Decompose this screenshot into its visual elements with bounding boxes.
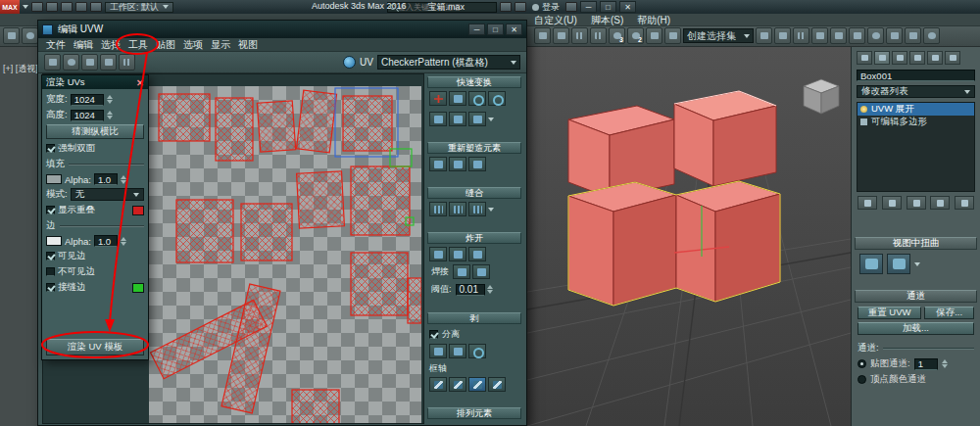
- stack-item-editable-poly[interactable]: 可编辑多边形: [858, 116, 974, 128]
- object-name-field[interactable]: Box001: [857, 70, 975, 81]
- tab-create-icon[interactable]: [857, 51, 872, 65]
- render-uv-template-button[interactable]: 渲染 UV 模板: [46, 339, 144, 355]
- uv-shell-group[interactable]: [151, 90, 421, 423]
- menu-customize[interactable]: 自定义(U): [534, 14, 577, 27]
- redo-quick-icon[interactable]: [90, 2, 102, 12]
- named-selection-set[interactable]: 创建选择集: [683, 28, 754, 43]
- communication-center-icon[interactable]: [500, 2, 512, 12]
- move-icon[interactable]: [44, 54, 61, 71]
- undo-icon[interactable]: [534, 27, 551, 44]
- uvw-menu-display[interactable]: 显示: [207, 38, 234, 52]
- tab-modify-icon[interactable]: [874, 51, 890, 65]
- uvw-menu-mapping[interactable]: 贴图: [152, 38, 179, 52]
- select-object-icon[interactable]: [3, 27, 20, 44]
- mirror-uv-icon[interactable]: [119, 54, 135, 71]
- favorites-icon[interactable]: [514, 2, 526, 12]
- fill-alpha-field[interactable]: 1.0: [94, 173, 118, 185]
- help-icon[interactable]: [565, 2, 577, 12]
- edge-color-swatch[interactable]: [46, 236, 62, 246]
- menu-help[interactable]: 帮助(H): [637, 14, 670, 27]
- tab-utilities-icon[interactable]: [945, 51, 960, 65]
- stitch-source-icon[interactable]: [468, 202, 486, 216]
- rollout-tweak-header[interactable]: 视图中扭曲: [855, 237, 977, 250]
- stitch-average-icon[interactable]: [449, 202, 466, 216]
- width-spinner[interactable]: [107, 95, 113, 104]
- uvw-close-button[interactable]: ✕: [506, 24, 522, 35]
- viewport-label[interactable]: [+] [透视]: [3, 63, 37, 75]
- uvw-menu-options[interactable]: 选项: [179, 38, 207, 52]
- quick-transform-header[interactable]: 快速变换: [427, 76, 521, 88]
- freeform-mode-icon[interactable]: [100, 54, 117, 71]
- new-file-icon[interactable]: [31, 2, 43, 12]
- height-spinner[interactable]: [107, 111, 113, 119]
- load-button[interactable]: 加载...: [858, 322, 974, 335]
- texture-list-dropdown[interactable]: CheckerPattern (棋盘格): [377, 55, 520, 70]
- select-by-name-icon[interactable]: [22, 27, 38, 44]
- rotate-90-cw-icon[interactable]: [488, 91, 506, 106]
- uvw-menu-select[interactable]: 选择: [97, 38, 124, 52]
- model-box001[interactable]: [568, 91, 780, 306]
- uvw-menu-edit[interactable]: 编辑: [70, 38, 97, 52]
- threshold-value[interactable]: 0.01: [456, 284, 485, 296]
- height-field[interactable]: 1024: [71, 110, 104, 121]
- expand-to-seam-icon[interactable]: [488, 377, 506, 392]
- stitch-header[interactable]: 缝合: [427, 187, 521, 199]
- quick-peel-icon[interactable]: [429, 344, 447, 358]
- map-channel-radio[interactable]: [858, 359, 866, 368]
- material-editor-icon[interactable]: [867, 27, 884, 44]
- mode-dropdown[interactable]: 无: [71, 188, 144, 201]
- align-horizontal-icon[interactable]: [449, 91, 466, 106]
- menu-scripting[interactable]: 脚本(S): [591, 14, 623, 27]
- edge-alpha-spinner[interactable]: [121, 237, 126, 246]
- relax-icon[interactable]: [429, 157, 447, 171]
- maximize-button[interactable]: □: [600, 1, 616, 13]
- explode-header[interactable]: 炸开: [427, 232, 521, 244]
- make-unique-icon[interactable]: [906, 196, 926, 210]
- rollout-channel-header[interactable]: 通道: [855, 290, 977, 303]
- absolute-move-icon[interactable]: [429, 91, 447, 106]
- width-field[interactable]: 1024: [71, 94, 104, 106]
- schematic-view-icon[interactable]: [849, 27, 865, 44]
- angle-snap-icon[interactable]: 2: [627, 27, 644, 44]
- snap-toggle-icon[interactable]: 3: [609, 27, 625, 44]
- threshold-spinner[interactable]: [487, 285, 493, 294]
- reset-uvw-button[interactable]: 重置 UVW: [858, 307, 921, 319]
- modifier-enabled-icon[interactable]: [860, 106, 867, 113]
- uvw-maximize-button[interactable]: □: [487, 24, 504, 35]
- close-button[interactable]: ✕: [619, 1, 636, 13]
- modifier-list-dropdown[interactable]: 修改器列表: [857, 85, 975, 98]
- arrange-header[interactable]: 排列元素: [427, 407, 521, 419]
- signin-button[interactable]: 登录: [529, 1, 563, 14]
- save-button[interactable]: 保存...: [924, 307, 974, 319]
- peel-split-checkbox[interactable]: [429, 330, 438, 339]
- uvw-titlebar[interactable]: 编辑 UVW ─ □ ✕: [38, 21, 526, 38]
- align-to-edge-icon[interactable]: [429, 112, 447, 126]
- mirror-icon[interactable]: [756, 27, 772, 44]
- edit-seams-icon[interactable]: [429, 377, 447, 392]
- select-link-icon[interactable]: [571, 27, 588, 44]
- tab-hierarchy-icon[interactable]: [892, 51, 907, 65]
- align-icon[interactable]: [774, 27, 791, 44]
- detach-edge-verts-icon[interactable]: [449, 247, 466, 261]
- rendered-frame-icon[interactable]: [905, 27, 921, 44]
- space-vertical-icon[interactable]: [468, 112, 486, 126]
- remove-modifier-icon[interactable]: [930, 196, 950, 210]
- uvw-menu-tools[interactable]: 工具: [124, 38, 152, 52]
- spinner-snap-icon[interactable]: [664, 27, 681, 44]
- weld-selected-icon[interactable]: [453, 264, 470, 279]
- render-setup-icon[interactable]: [886, 27, 903, 44]
- app-logo[interactable]: MAX: [0, 0, 20, 14]
- tweak-options-arrow-icon[interactable]: [914, 262, 920, 266]
- percent-snap-icon[interactable]: [646, 27, 662, 44]
- scale-icon[interactable]: [81, 54, 98, 71]
- open-file-icon[interactable]: [46, 2, 58, 12]
- stack-item-unwrap-uvw[interactable]: UVW 展开: [858, 103, 974, 116]
- visible-edges-checkbox[interactable]: [46, 252, 55, 260]
- show-overlap-checkbox[interactable]: [46, 206, 55, 214]
- stitch-options-icon[interactable]: [488, 208, 494, 212]
- uvw-menu-file[interactable]: 文件: [42, 38, 70, 52]
- render-uvs-titlebar[interactable]: 渲染 UVs ✕: [42, 75, 148, 89]
- seam-edges-checkbox[interactable]: [46, 283, 55, 292]
- configure-modifier-icon[interactable]: [955, 196, 974, 210]
- uvw-menu-view[interactable]: 视图: [234, 38, 262, 52]
